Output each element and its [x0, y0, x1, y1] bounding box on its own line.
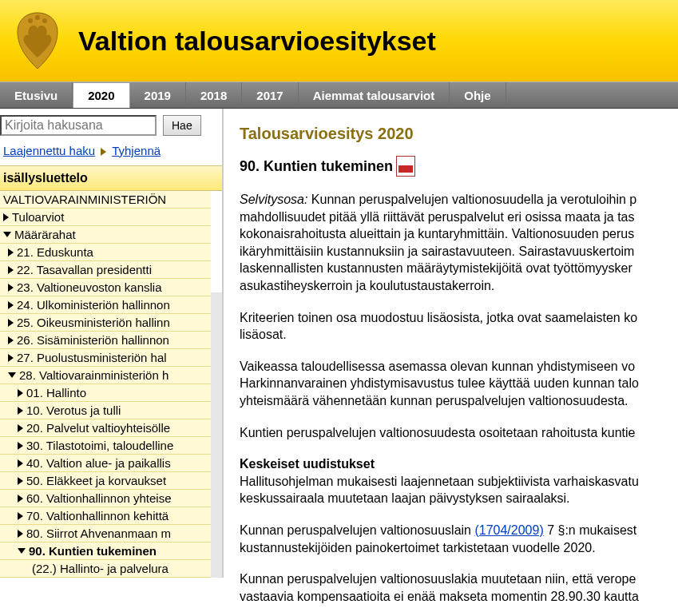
toc-tree: VALTIOVARAINMINISTERIÖNTuloarviotMäärära…	[0, 191, 222, 578]
chevron-right-icon	[8, 266, 14, 274]
chevron-right-icon	[3, 213, 9, 221]
svg-point-2	[35, 15, 40, 20]
toc-item-label: 50. Eläkkeet ja korvaukset	[26, 474, 166, 487]
toc-item[interactable]: 80. Siirrot Ahvenanmaan m	[0, 525, 211, 542]
chevron-right-icon	[8, 284, 14, 292]
nav-tab[interactable]: 2017	[242, 82, 298, 108]
toc-item-label: 22. Tasavallan presidentti	[17, 263, 152, 276]
chevron-right-icon	[8, 336, 14, 344]
nav-tab[interactable]: Etusivu	[0, 82, 73, 108]
paragraph: Kriteerien toinen osa muodostuu lisäosis…	[240, 309, 671, 344]
toc-item-label: (22.) Hallinto- ja palvelura	[32, 562, 169, 575]
toc-item[interactable]: 20. Palvelut valtioyhteisölle	[0, 419, 211, 437]
toc-item-label: VALTIOVARAINMINISTERIÖN	[3, 193, 166, 206]
law-link[interactable]: (1704/2009)	[474, 523, 543, 537]
toc-item[interactable]: VALTIOVARAINMINISTERIÖN	[0, 191, 211, 209]
chevron-down-icon	[8, 372, 16, 378]
toc-item[interactable]: 90. Kuntien tukeminen	[0, 542, 211, 560]
toc-item-label: 27. Puolustusministeriön hal	[17, 351, 167, 364]
nav-tab[interactable]: 2020	[73, 82, 129, 108]
toc-item-label: 10. Verotus ja tulli	[26, 403, 121, 417]
toc-item-label: 01. Hallinto	[26, 386, 86, 399]
advanced-search-row: Laajennettu haku Tyhjennä	[0, 139, 222, 165]
chevron-right-icon	[18, 530, 23, 538]
lion-crest-logo	[10, 10, 65, 72]
toc-item-label: 20. Palvelut valtioyhteisölle	[26, 421, 170, 435]
clear-search-link[interactable]: Tyhjennä	[112, 144, 161, 157]
toc-item[interactable]: 30. Tilastotoimi, taloudelline	[0, 437, 211, 455]
site-title: Valtion talousarvioesitykset	[78, 26, 436, 57]
nav-tab[interactable]: Ohje	[450, 82, 506, 108]
toc-item-label: 21. Eduskunta	[17, 245, 93, 259]
toc-item[interactable]: 10. Verotus ja tulli	[0, 402, 211, 419]
toc-item[interactable]: 23. Valtioneuvoston kanslia	[0, 279, 211, 296]
chevron-right-icon	[18, 407, 23, 415]
toc-item-label: 90. Kuntien tukeminen	[29, 544, 157, 558]
chevron-right-icon	[18, 389, 23, 397]
toc-item-label: Määrärahat	[14, 228, 76, 241]
chevron-right-icon	[18, 459, 23, 467]
toc-item[interactable]: 40. Valtion alue- ja paikallis	[0, 455, 211, 472]
toc-item[interactable]: 24. Ulkoministeriön hallinnon	[0, 296, 211, 314]
toc-item[interactable]: Määrärahat	[0, 226, 211, 244]
search-input[interactable]	[0, 115, 157, 136]
page-title: Talousarvioesitys 2020	[240, 123, 671, 145]
chevron-right-icon	[18, 495, 23, 503]
nav-tab[interactable]: 2018	[186, 82, 242, 108]
site-banner: Valtion talousarvioesitykset	[0, 0, 678, 81]
scrollbar[interactable]	[211, 292, 222, 578]
toc-item-label: 23. Valtioneuvoston kanslia	[17, 280, 162, 294]
toc-item-label: 24. Ulkoministeriön hallinnon	[17, 298, 170, 312]
paragraph: Kunnan peruspalvelujen valtionosuuslakia…	[240, 570, 671, 605]
svg-point-0	[28, 18, 33, 23]
toc-item[interactable]: 21. Eduskunta	[0, 244, 211, 261]
section-heading: 90. Kuntien tukeminen	[240, 156, 671, 177]
main-content: Talousarvioesitys 2020 90. Kuntien tukem…	[224, 109, 671, 616]
chevron-right-icon	[18, 512, 23, 520]
toc-item-label: 28. Valtiovarainministeriön h	[19, 368, 169, 382]
toc-item-label: Tuloarviot	[12, 210, 64, 224]
main-nav: Etusivu2020201920182017Aiemmat talousarv…	[0, 81, 678, 109]
chevron-right-icon	[18, 442, 23, 450]
toc-item-label: 60. Valtionhallinnon yhteise	[26, 491, 172, 505]
toc-item[interactable]: 26. Sisäministeriön hallinnon	[0, 332, 211, 349]
toc-item-label: 25. Oikeusministeriön hallinn	[17, 316, 170, 329]
toc-item-label: 80. Siirrot Ahvenanmaan m	[26, 527, 171, 540]
toc-item-label: 30. Tilastotoimi, taloudelline	[26, 439, 173, 452]
toc-item-label: 26. Sisäministeriön hallinnon	[17, 333, 169, 347]
toc-item[interactable]: (22.) Hallinto- ja palvelura	[0, 560, 211, 578]
chevron-down-icon	[3, 232, 11, 237]
sidebar: Hae Laajennettu haku Tyhjennä isällyslue…	[0, 109, 224, 578]
advanced-search-link[interactable]: Laajennettu haku	[3, 144, 95, 157]
toc-item[interactable]: 27. Puolustusministeriön hal	[0, 349, 211, 367]
paragraph: Kunnan peruspalvelujen valtionosuuslain …	[240, 522, 671, 556]
svg-point-1	[42, 18, 47, 23]
toc-item[interactable]: Tuloarviot	[0, 209, 211, 226]
toc-item-label: 40. Valtion alue- ja paikallis	[26, 456, 171, 470]
toc-item[interactable]: 28. Valtiovarainministeriön h	[0, 367, 211, 384]
nav-tab[interactable]: Aiemmat talousarviot	[299, 82, 450, 108]
toc-item[interactable]: 70. Valtionhallinnon kehittä	[0, 507, 211, 525]
search-row: Hae	[0, 109, 222, 139]
toc-item[interactable]: 01. Hallinto	[0, 384, 211, 402]
paragraph: Kuntien peruspalvelujen valtionosuudesta…	[240, 424, 671, 442]
toc-item[interactable]: 50. Eläkkeet ja korvaukset	[0, 472, 211, 490]
chevron-right-icon	[18, 424, 23, 432]
toc-item[interactable]: 22. Tasavallan presidentti	[0, 261, 211, 279]
pdf-icon[interactable]	[396, 156, 415, 177]
chevron-down-icon	[18, 548, 26, 554]
toc-header: isällysluettelo	[0, 165, 222, 191]
paragraph: Vaikeassa taloudellisessa asemassa oleva…	[240, 358, 671, 410]
chevron-right-icon	[8, 319, 14, 327]
chevron-right-icon	[18, 477, 23, 485]
nav-tab[interactable]: 2019	[130, 82, 186, 108]
paragraph: Selvitysosa: Kunnan peruspalvelujen valt…	[240, 191, 671, 295]
chevron-right-icon	[8, 354, 14, 362]
toc-item[interactable]: 60. Valtionhallinnon yhteise	[0, 490, 211, 507]
paragraph: Keskeiset uudistukset Hallitusohjelman m…	[240, 455, 671, 507]
chevron-right-icon	[101, 148, 106, 156]
search-button[interactable]: Hae	[163, 115, 201, 136]
chevron-right-icon	[8, 301, 14, 309]
toc-item[interactable]: 25. Oikeusministeriön hallinn	[0, 314, 211, 332]
toc-item-label: 70. Valtionhallinnon kehittä	[26, 509, 169, 523]
